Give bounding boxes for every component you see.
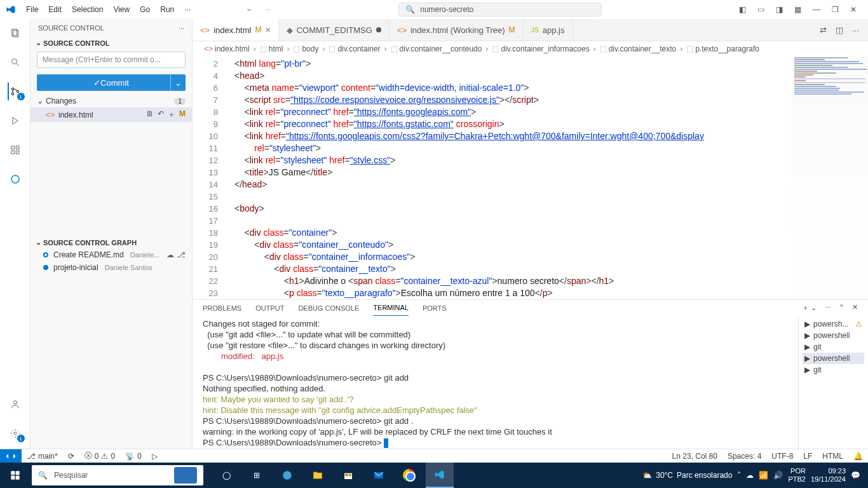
terminal[interactable]: Changes not staged for commit: (use "git…: [193, 316, 798, 451]
layout-toggle-secondary-icon[interactable]: ◨: [776, 5, 783, 14]
commit-button[interactable]: ✓ Commit ⌄: [37, 74, 186, 91]
panel: PROBLEMS OUTPUT DEBUG CONSOLE TERMINAL P…: [193, 299, 868, 449]
window-maximize-icon[interactable]: ❐: [832, 5, 839, 14]
layout-toggle-primary-icon[interactable]: ◧: [739, 5, 746, 14]
tab-commit-editmsg[interactable]: ◆ COMMIT_EDITMSG: [279, 19, 390, 41]
wifi-icon[interactable]: 📶: [759, 471, 768, 480]
command-center[interactable]: 🔍 numero-secreto: [398, 3, 602, 17]
explorer-app-icon[interactable]: [304, 463, 332, 488]
close-icon[interactable]: ×: [265, 25, 270, 35]
changes-group[interactable]: ⌄ Changes 1: [31, 95, 192, 107]
compare-icon[interactable]: ⇄: [820, 25, 827, 35]
graph-commit[interactable]: Create README.md Daniele... ☁⎇: [31, 248, 192, 261]
breadcrumb[interactable]: <> index.html› ⬚ html› ⬚ body› ⬚ div.con…: [193, 41, 868, 57]
window-close-icon[interactable]: ✕: [850, 5, 857, 14]
start-button[interactable]: [0, 463, 31, 488]
panel-tab-output[interactable]: OUTPUT: [255, 301, 284, 316]
commit-dropdown-icon[interactable]: ⌄: [170, 74, 186, 91]
notifications-tray-icon[interactable]: 💬: [851, 471, 860, 480]
store-app-icon[interactable]: [334, 463, 362, 488]
code-editor[interactable]: 2467891011121314151617181920212223 <html…: [193, 57, 868, 299]
nav-back-icon[interactable]: ←: [246, 5, 254, 14]
graph-commit[interactable]: projeto-inicial Daniele Santos: [31, 261, 192, 274]
tab-index-working-tree[interactable]: <> index.html (Working Tree) M: [390, 19, 524, 41]
taskbar-search[interactable]: 🔍 Pesquisar: [32, 465, 203, 485]
ports-status[interactable]: 📡 0: [120, 452, 147, 461]
split-icon[interactable]: ◫: [836, 25, 843, 35]
indentation[interactable]: Spaces: 4: [722, 452, 766, 461]
changed-file[interactable]: <> index.html 🗎 ↶ ＋ M: [31, 107, 192, 122]
explorer-icon[interactable]: [8, 25, 23, 41]
menu-file[interactable]: File: [22, 3, 43, 17]
minimap[interactable]: [792, 57, 868, 299]
more-icon[interactable]: ···: [852, 25, 859, 35]
accounts-icon[interactable]: [8, 396, 23, 412]
terminal-item[interactable]: ▶git: [803, 364, 864, 376]
language-indicator[interactable]: PORPTB2: [788, 467, 806, 484]
mail-app-icon[interactable]: [365, 463, 393, 488]
new-terminal-icon[interactable]: ＋ ⌄: [802, 303, 817, 313]
menu-edit[interactable]: Edit: [44, 3, 66, 17]
stage-icon[interactable]: ＋: [168, 109, 175, 120]
problems-status[interactable]: ⓧ 0 ⚠ 0: [79, 451, 120, 461]
panel-tab-problems[interactable]: PROBLEMS: [203, 301, 241, 316]
volume-icon[interactable]: 🔊: [773, 471, 783, 480]
nav-forward-icon[interactable]: →: [264, 5, 271, 14]
svg-point-2: [11, 59, 17, 64]
tab-index-html[interactable]: <> index.html M ×: [193, 19, 279, 41]
notifications-icon[interactable]: 🔔: [848, 452, 868, 461]
menu-selection[interactable]: Selection: [67, 3, 107, 17]
terminal-item[interactable]: ▶powersh...⚠: [803, 318, 864, 330]
panel-tab-debug[interactable]: DEBUG CONSOLE: [298, 301, 359, 316]
panel-more-icon[interactable]: ···: [825, 303, 831, 313]
code-content[interactable]: <html lang="pt-br"> <head> <meta name="v…: [228, 57, 868, 299]
panel-maximize-icon[interactable]: ^: [840, 303, 843, 313]
panel-close-icon[interactable]: ✕: [852, 303, 858, 313]
onedrive-icon[interactable]: ☁: [746, 471, 754, 480]
search-activity-icon[interactable]: [8, 55, 23, 70]
commit-msg: Create README.md: [53, 250, 124, 259]
run-debug-icon[interactable]: [8, 113, 23, 128]
task-view-icon[interactable]: ◯: [212, 463, 240, 488]
weather-widget[interactable]: ⛅ 30°C Parc ensolarado: [642, 471, 732, 480]
tab-app-js[interactable]: JS app.js: [524, 19, 573, 41]
menu-run[interactable]: Run: [156, 3, 179, 17]
menu-go[interactable]: Go: [135, 3, 154, 17]
edge-icon[interactable]: [8, 172, 23, 187]
tab-label: COMMIT_EDITMSG: [297, 25, 372, 35]
scm-section[interactable]: ⌄ SOURCE CONTROL: [31, 37, 192, 49]
window-minimize-icon[interactable]: —: [813, 5, 820, 14]
encoding[interactable]: UTF-8: [766, 452, 798, 461]
language-mode[interactable]: HTML: [817, 452, 848, 461]
commit-message-input[interactable]: Message (Ctrl+Enter to commit o...: [37, 51, 186, 68]
vscode-app-icon[interactable]: [426, 463, 454, 488]
menu-view[interactable]: View: [109, 3, 134, 17]
terminal-item[interactable]: ▶git: [803, 341, 864, 353]
sync-status[interactable]: ⟳: [63, 452, 79, 461]
open-file-icon[interactable]: 🗎: [146, 109, 154, 120]
remote-icon[interactable]: [0, 449, 22, 463]
terminal-item[interactable]: ▶powershell: [803, 353, 864, 364]
extensions-icon[interactable]: [8, 142, 23, 158]
task-view-icon[interactable]: ⊞: [243, 463, 271, 488]
source-control-icon[interactable]: 1: [8, 84, 23, 99]
sidebar-more-icon[interactable]: ···: [179, 24, 184, 32]
layout-customize-icon[interactable]: ▦: [794, 5, 801, 14]
scm-graph-section[interactable]: ⌄ SOURCE CONTROL GRAPH: [31, 236, 192, 248]
terminal-item[interactable]: ▶powershell: [803, 330, 864, 341]
live-icon[interactable]: ▷: [147, 452, 163, 461]
terminal-icon: ▶: [804, 342, 810, 351]
tray-chevron-icon[interactable]: ˄: [737, 471, 741, 480]
chrome-app-icon[interactable]: [395, 463, 423, 488]
panel-tab-terminal[interactable]: TERMINAL: [373, 300, 409, 316]
edge-app-icon[interactable]: [273, 463, 301, 488]
branch-status[interactable]: ⎇ main*: [22, 452, 63, 461]
layout-toggle-panel-icon[interactable]: ▭: [757, 5, 764, 14]
settings-gear-icon[interactable]: 1: [8, 426, 23, 441]
clock[interactable]: 09:2319/11/2024: [811, 467, 846, 484]
cursor-position[interactable]: Ln 23, Col 80: [667, 452, 722, 461]
discard-icon[interactable]: ↶: [158, 109, 164, 120]
eol[interactable]: LF: [798, 452, 817, 461]
menu-more[interactable]: ···: [180, 3, 195, 17]
panel-tab-ports[interactable]: PORTS: [423, 301, 447, 316]
